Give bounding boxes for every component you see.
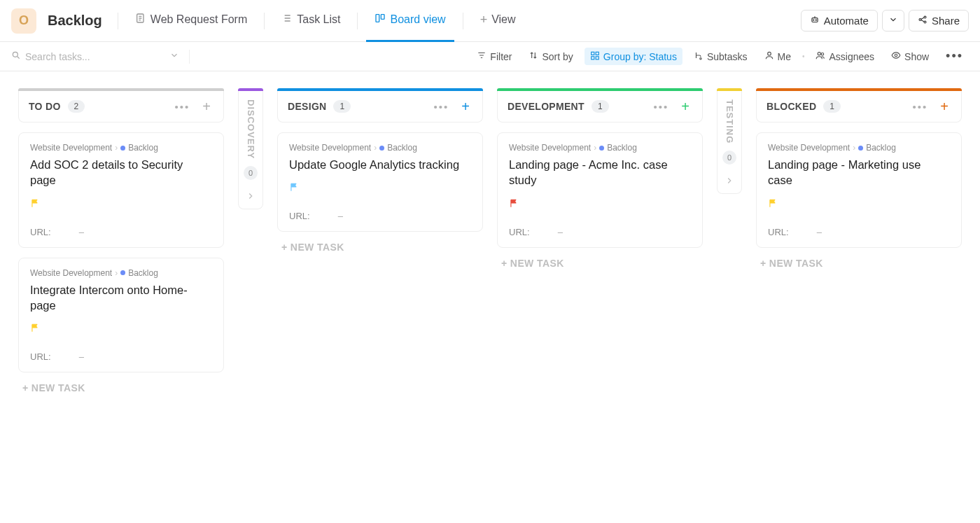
priority-flag[interactable]: [768, 198, 950, 211]
new-task-button[interactable]: + NEW TASK: [18, 372, 224, 403]
chevron-down-icon[interactable]: [169, 50, 179, 62]
list-avatar: O: [11, 8, 36, 34]
collapsed-column[interactable]: TESTING 0: [717, 88, 742, 523]
group-by-button[interactable]: Group by: Status: [584, 48, 682, 65]
divider: [463, 13, 463, 29]
priority-flag[interactable]: [289, 182, 471, 195]
page-header: O Backlog Web Request Form Task List Boa…: [0, 0, 980, 42]
new-task-button[interactable]: + NEW TASK: [277, 232, 483, 263]
share-button[interactable]: Share: [909, 10, 969, 32]
chevron-right-icon: ›: [853, 143, 855, 153]
flag-icon: [289, 182, 299, 193]
add-task-button[interactable]: +: [458, 99, 472, 113]
tab-board-view[interactable]: Board view: [366, 0, 454, 42]
expand-column-button[interactable]: [246, 191, 255, 203]
filter-button[interactable]: Filter: [471, 48, 517, 65]
tab-add-view[interactable]: + View: [472, 0, 524, 42]
list-dot-icon: [120, 270, 125, 275]
share-icon: [918, 15, 927, 27]
group-label: Group by: Status: [603, 51, 677, 62]
priority-flag[interactable]: [30, 323, 212, 336]
task-card[interactable]: Website Development › Backlog Landing pa…: [756, 132, 962, 248]
subtasks-button[interactable]: Subtasks: [688, 48, 753, 65]
me-button[interactable]: Me: [759, 48, 797, 65]
divider: •: [802, 53, 805, 60]
column-title: TESTING: [724, 99, 735, 144]
expand-column-button[interactable]: [724, 176, 734, 188]
chevron-right-icon: ›: [115, 143, 118, 153]
collapsed-column[interactable]: DISCOVERY 0: [238, 88, 263, 523]
url-value: –: [79, 227, 84, 237]
url-label: URL:: [768, 227, 789, 237]
list-dot-icon: [379, 146, 384, 151]
priority-flag[interactable]: [30, 198, 212, 211]
task-card[interactable]: Website Development › Backlog Integrate …: [18, 258, 224, 373]
column-title: DISCOVERY: [246, 99, 256, 159]
column-count: 1: [592, 100, 609, 113]
breadcrumb: Website Development › Backlog: [289, 143, 471, 153]
assignees-button[interactable]: Assignees: [810, 48, 880, 65]
divider: [118, 13, 118, 29]
svg-point-15: [767, 52, 771, 55]
url-field: URL: –: [289, 211, 471, 221]
divider: [264, 13, 265, 29]
add-task-button[interactable]: +: [200, 99, 214, 113]
url-value: –: [79, 351, 84, 362]
column-more-button[interactable]: •••: [172, 101, 193, 113]
board-column: DEVELOPMENT 1 ••• + Website Development …: [497, 88, 703, 523]
breadcrumb-project: Website Development: [768, 143, 850, 153]
column-count: 1: [823, 100, 841, 113]
new-task-button[interactable]: + NEW TASK: [497, 248, 703, 279]
sort-label: Sort by: [542, 51, 573, 62]
task-title: Landing page - Marketing use case: [768, 157, 943, 188]
breadcrumb: Website Development › Backlog: [768, 143, 950, 153]
task-card[interactable]: Website Development › Backlog Landing pa…: [497, 132, 703, 248]
new-task-button[interactable]: + NEW TASK: [756, 248, 962, 279]
breadcrumb-list: Backlog: [128, 268, 158, 278]
show-button[interactable]: Show: [886, 48, 934, 65]
chevron-right-icon: ›: [374, 143, 377, 153]
search-input[interactable]: [25, 51, 165, 62]
svg-point-18: [895, 54, 897, 57]
tab-label: Web Request Form: [150, 13, 247, 26]
form-icon: [135, 13, 146, 27]
automate-button[interactable]: Automate: [801, 10, 878, 32]
board-column: BLOCKED 1 ••• + Website Development › Ba…: [756, 88, 962, 523]
task-title: Add SOC 2 details to Security page: [30, 157, 205, 188]
column-title: BLOCKED: [766, 101, 816, 112]
task-title: Landing page - Acme Inc. case study: [509, 157, 684, 188]
page-title: Backlog: [48, 13, 102, 29]
url-label: URL:: [30, 351, 51, 362]
search-wrap: [11, 50, 179, 62]
column-header: DEVELOPMENT 1 ••• +: [497, 91, 703, 123]
url-label: URL:: [30, 227, 51, 237]
breadcrumb-list: Backlog: [866, 143, 896, 153]
automate-dropdown-button[interactable]: [882, 10, 904, 32]
svg-rect-12: [592, 57, 594, 60]
flag-icon: [30, 198, 40, 209]
column-more-button[interactable]: •••: [651, 101, 672, 113]
more-options-button[interactable]: •••: [940, 46, 969, 67]
divider: [189, 50, 190, 64]
task-card[interactable]: Website Development › Backlog Update Goo…: [277, 132, 483, 232]
list-dot-icon: [599, 146, 604, 151]
svg-rect-1: [376, 15, 379, 22]
tab-task-list[interactable]: Task List: [273, 0, 349, 42]
svg-point-17: [822, 53, 825, 56]
url-value: –: [817, 227, 822, 237]
add-task-button[interactable]: +: [937, 99, 951, 113]
url-value: –: [558, 227, 563, 237]
task-card[interactable]: Website Development › Backlog Add SOC 2 …: [18, 132, 224, 248]
svg-rect-11: [596, 52, 598, 55]
column-more-button[interactable]: •••: [431, 101, 452, 113]
automate-label: Automate: [824, 15, 869, 27]
add-task-button[interactable]: +: [678, 99, 692, 113]
eye-icon: [891, 50, 901, 62]
column-title: TO DO: [29, 101, 61, 112]
sort-button[interactable]: Sort by: [523, 48, 578, 65]
priority-flag[interactable]: [509, 198, 691, 211]
column-more-button[interactable]: •••: [910, 101, 931, 113]
subtasks-label: Subtasks: [707, 51, 748, 62]
tab-web-request-form[interactable]: Web Request Form: [127, 0, 255, 42]
flag-icon: [768, 198, 778, 209]
